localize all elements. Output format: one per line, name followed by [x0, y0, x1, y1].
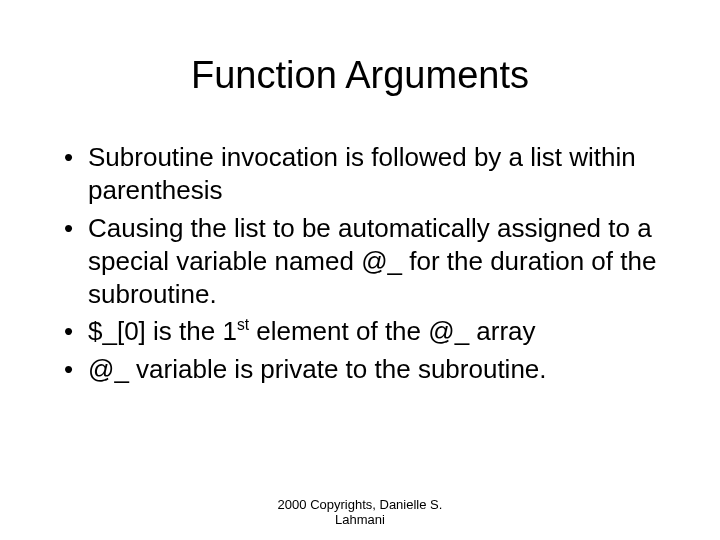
list-item: $_[0] is the 1st element of the @_ array	[64, 315, 680, 348]
slide-title: Function Arguments	[40, 54, 680, 97]
footer-line: 2000 Copyrights, Danielle S.	[0, 497, 720, 513]
slide: Function Arguments Subroutine invocation…	[0, 0, 720, 540]
list-item: Causing the list to be automatically ass…	[64, 212, 680, 312]
list-item-text-pre: $_[0] is the 1	[88, 316, 237, 346]
footer: 2000 Copyrights, Danielle S. Lahmani	[0, 497, 720, 528]
superscript: st	[237, 317, 249, 334]
bullet-list: Subroutine invocation is followed by a l…	[40, 141, 680, 386]
list-item-text-post: element of the @_ array	[249, 316, 536, 346]
list-item: Subroutine invocation is followed by a l…	[64, 141, 680, 208]
list-item: @_ variable is private to the subroutine…	[64, 353, 680, 386]
footer-line: Lahmani	[0, 512, 720, 528]
